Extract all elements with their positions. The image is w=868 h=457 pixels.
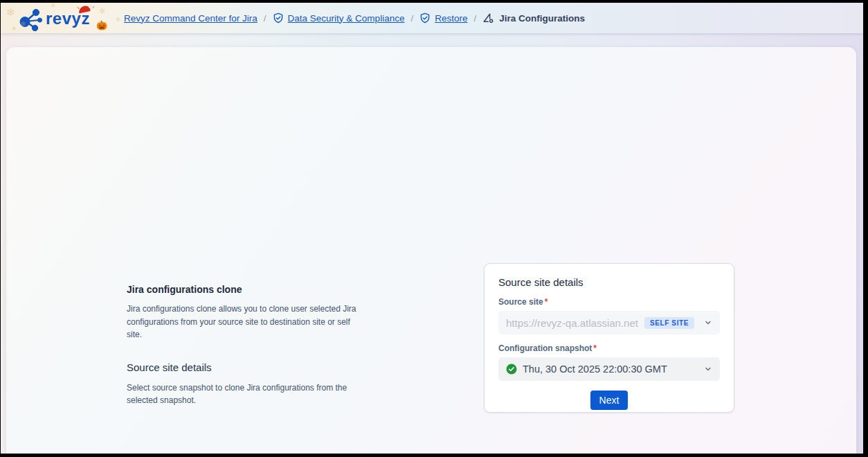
- pumpkin-icon: 🎃: [96, 20, 107, 30]
- page-background: Jira configurations clone Jira configura…: [1, 33, 863, 454]
- source-site-select[interactable]: https://revyz-qa.atlassian.net SELF SITE: [498, 311, 720, 334]
- top-bar: ❄ ❄ ❄ ❄ ❄ ❄: [1, 3, 863, 33]
- content-panel: Jira configurations clone Jira configura…: [6, 47, 856, 454]
- snapshot-value: Thu, 30 Oct 2025 22:00:30 GMT: [523, 364, 704, 375]
- page-description: Jira configurations clone allows you to …: [127, 303, 368, 341]
- breadcrumb-link-data-security[interactable]: Data Security & Compliance: [288, 13, 405, 24]
- breadcrumb-link-restore[interactable]: Restore: [435, 13, 467, 24]
- breadcrumb-separator: /: [410, 13, 413, 24]
- chevron-down-icon: [704, 319, 712, 327]
- breadcrumb-separator: /: [473, 13, 476, 24]
- section-title: Source site details: [127, 361, 368, 373]
- configurations-icon: [482, 12, 495, 24]
- breadcrumb-separator: /: [264, 13, 266, 24]
- shield-check-icon: [273, 12, 284, 24]
- required-asterisk: *: [545, 297, 548, 307]
- page-title: Jira configurations clone: [127, 284, 368, 295]
- snowflake-icon: ❄: [116, 16, 121, 23]
- app-viewport: ❄ ❄ ❄ ❄ ❄ ❄: [1, 3, 863, 454]
- button-row: Next: [498, 391, 720, 410]
- snowflake-icon: ❄: [6, 6, 15, 19]
- intro-section: Jira configurations clone Jira configura…: [127, 284, 368, 407]
- next-button[interactable]: Next: [590, 391, 629, 410]
- screen: ❄ ❄ ❄ ❄ ❄ ❄: [0, 0, 868, 457]
- snowflake-icon: ❄: [99, 6, 106, 16]
- source-site-value: https://revyz-qa.atlassian.net: [506, 317, 644, 329]
- configuration-snapshot-label: Configuration snapshot*: [498, 343, 720, 353]
- santa-hat-icon: [75, 3, 95, 18]
- self-site-badge: SELF SITE: [644, 317, 694, 329]
- breadcrumb-link-command-center[interactable]: Revyz Command Center for Jira: [124, 13, 257, 24]
- required-asterisk: *: [593, 343, 597, 353]
- shield-check-icon: [419, 12, 431, 24]
- section-description: Select source snapshot to clone Jira con…: [127, 382, 368, 407]
- snowflake-icon: ❄: [12, 26, 17, 32]
- revyz-logo[interactable]: ❄ ❄ ❄ ❄ ❄ ❄: [17, 5, 90, 33]
- breadcrumb-current-page: Jira Configurations: [499, 13, 585, 24]
- source-site-details-card: Source site details Source site* https:/…: [484, 263, 734, 413]
- configuration-snapshot-label-text: Configuration snapshot: [498, 343, 592, 353]
- source-site-label-text: Source site: [498, 297, 543, 307]
- source-site-label: Source site*: [498, 297, 720, 307]
- breadcrumb: Revyz Command Center for Jira / Data Sec…: [124, 12, 585, 24]
- snapshot-select[interactable]: Thu, 30 Oct 2025 22:00:30 GMT: [498, 357, 720, 381]
- check-circle-icon: [506, 364, 517, 375]
- card-title: Source site details: [498, 276, 720, 288]
- chevron-down-icon: [704, 365, 712, 373]
- revyz-molecule-icon: [17, 6, 44, 31]
- snowflake-icon: ❄: [51, 3, 56, 9]
